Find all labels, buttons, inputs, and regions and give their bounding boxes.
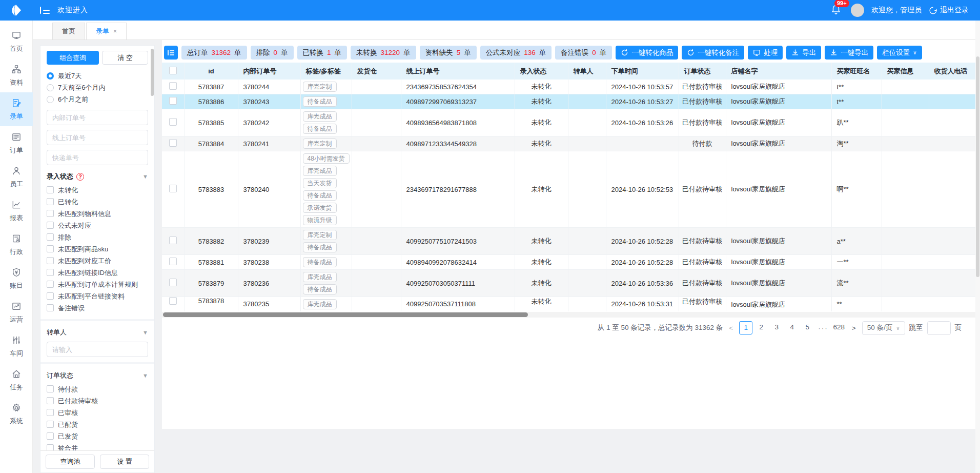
action-button-导出[interactable]: 导出 [786,46,821,60]
list-settings-icon-button[interactable] [164,46,178,60]
user-avatar[interactable] [851,4,864,17]
table-horizontal-scrollbar[interactable] [162,312,976,318]
date-radio-7天前至6个月内[interactable]: 7天前至6个月内 [47,82,148,93]
sidebar-item-账目[interactable]: 账目 [0,262,33,295]
row-checkbox[interactable] [169,279,177,286]
entry-status-section-header[interactable]: 录入状态 ? ▼ [47,172,148,181]
chevron-down-icon[interactable]: ▼ [142,173,148,180]
tab-close-icon[interactable]: × [113,28,117,35]
row-checkbox[interactable] [169,236,177,244]
stat-chip-资料缺失[interactable]: 资料缺失 5 单 [420,46,477,60]
clear-button[interactable]: 清 空 [102,51,148,65]
order-status-option-待付款[interactable]: 待付款 [47,383,148,395]
sidebar-item-员工[interactable]: 员工 [0,160,33,194]
sidebar-item-资料[interactable]: 资料 [0,58,33,92]
stat-chip-未转换[interactable]: 未转换 31220 单 [351,46,416,60]
entry-status-option-未匹配到对应工价[interactable]: 未匹配到对应工价 [47,255,148,267]
page-vertical-scrollbar[interactable] [975,21,980,473]
prev-page-button[interactable]: < [727,324,735,332]
table-row[interactable]: 57838793780236库壳成品待备成品409925070305037111… [162,270,976,297]
page-number-1[interactable]: 1 [739,321,752,334]
sidebar-item-首页[interactable]: 首页 [0,25,33,58]
sidebar-item-报表[interactable]: 报表 [0,194,33,228]
entry-status-option-未匹配到商品sku[interactable]: 未匹配到商品sku [47,243,148,255]
date-radio-最近7天[interactable]: 最近7天 [47,70,148,82]
table-row[interactable]: 57838823780239库壳定制待备成品409925077510724150… [162,228,976,255]
filter-scrollbar[interactable] [151,49,154,96]
express-no-input[interactable] [47,150,148,165]
page-number-5[interactable]: 5 [801,321,814,334]
order-status-section-header[interactable]: 订单状态 ▼ [47,371,148,380]
column-header-sel[interactable] [162,63,185,80]
row-checkbox[interactable] [169,185,177,192]
row-checkbox[interactable] [169,297,177,305]
jump-page-input[interactable] [927,321,951,335]
stat-chip-公式未对应[interactable]: 公式未对应 136 单 [480,46,552,60]
select-all-checkbox[interactable] [169,67,177,74]
entry-status-option-排除[interactable]: 排除 [47,231,148,243]
stat-chip-排除[interactable]: 排除 0 单 [251,46,294,60]
entry-status-option-备注错误[interactable]: 备注错误 [47,302,148,314]
stat-chip-备注错误[interactable]: 备注错误 0 单 [555,46,612,60]
sidebar-item-行政[interactable]: 行政 [0,228,33,262]
transfer-person-section-header[interactable]: 转单人 ▼ [47,328,148,337]
row-checkbox[interactable] [169,97,177,105]
entry-status-option-公式未对应[interactable]: 公式未对应 [47,220,148,231]
combo-query-button[interactable]: 组合查询 [47,51,99,65]
internal-order-no-input[interactable] [47,110,148,125]
order-status-option-已配货[interactable]: 已配货 [47,419,148,430]
order-status-option-已付款待审核[interactable]: 已付款待审核 [47,395,148,407]
row-checkbox[interactable] [169,258,177,265]
chevron-down-icon[interactable]: ▼ [142,372,148,379]
sidebar-item-录单[interactable]: 录单 [0,92,33,126]
sidebar-item-运营[interactable]: 运营 [0,295,33,329]
entry-status-option-未转化[interactable]: 未转化 [47,184,148,196]
entry-status-option-未匹配到平台链接资料[interactable]: 未匹配到平台链接资料 [47,290,148,302]
filter-footer-button-查询池[interactable]: 查询池 [46,455,95,469]
row-checkbox[interactable] [169,82,177,90]
order-status-option-已审核[interactable]: 已审核 [47,407,148,419]
sidebar-item-系统[interactable]: 系统 [0,397,33,431]
table-row[interactable]: 57838843780241库壳定制4098971233344549328未转化… [162,136,976,151]
table-row[interactable]: 57838863780243待备成品4098972997069313237未转化… [162,94,976,109]
action-button-处理[interactable]: 处理 [748,46,783,60]
stat-chip-总订单[interactable]: 总订单 31362 单 [181,46,247,60]
table-row[interactable]: 57838873780244库壳定制2343697358537624354未转化… [162,80,976,94]
date-radio-6个月之前[interactable]: 6个月之前 [47,93,148,105]
page-number-4[interactable]: 4 [785,321,799,334]
tab-首页[interactable]: 首页 [52,23,85,40]
help-icon[interactable]: ? [76,173,84,181]
collapse-menu-icon[interactable] [40,6,50,14]
filter-footer-button-设置[interactable]: 设 置 [100,455,149,469]
entry-status-option-已转化[interactable]: 已转化 [47,196,148,208]
action-button-栏位设置[interactable]: 栏位设置∨ [877,46,922,60]
table-row[interactable]: 5783883378024048小时需发货库壳成品当天发货待备成品承诺发货物流升… [162,151,976,228]
tab-录单[interactable]: 录单× [86,23,127,40]
table-row[interactable]: 57838853780242库壳成品待备成品409893656498387180… [162,109,976,136]
row-checkbox[interactable] [169,139,177,147]
page-number-2[interactable]: 2 [754,321,768,334]
page-number-3[interactable]: 3 [770,321,783,334]
notification-bell-icon[interactable]: 99+ [830,4,844,17]
stat-chip-已转换[interactable]: 已转换 1 单 [297,46,348,60]
order-status-option-已发货[interactable]: 已发货 [47,430,148,442]
row-checkbox[interactable] [169,118,177,126]
entry-status-option-未匹配到链接ID信息[interactable]: 未匹配到链接ID信息 [47,267,148,279]
horizontal-scroll-thumb[interactable] [163,312,528,317]
action-button-一键转化备注[interactable]: 一键转化备注 [682,46,744,60]
next-page-button[interactable]: > [850,324,858,332]
last-page-button[interactable]: 628 [832,321,846,334]
page-size-select[interactable]: 50 条/页 ∨ [862,321,905,335]
order-status-option-被合并[interactable]: 被合并 [47,442,148,450]
sidebar-item-订单[interactable]: 订单 [0,126,33,160]
sidebar-item-任务[interactable]: 任务 [0,363,33,397]
sidebar-item-车间[interactable]: 车间 [0,329,33,363]
transfer-person-input[interactable] [47,342,148,357]
logout-button[interactable]: 退出登录 [929,6,969,15]
table-row[interactable]: 57838813780238待备成品4098940992078632414未转化… [162,255,976,270]
table-row[interactable]: 57838783780235库壳成品4099250703537111808未转化… [162,297,976,312]
entry-status-option-未匹配到订单成本计算规则[interactable]: 未匹配到订单成本计算规则 [47,279,148,290]
online-order-no-input[interactable] [47,130,148,145]
action-button-一键导出[interactable]: 一键导出 [825,46,873,60]
entry-status-option-未匹配到物料信息[interactable]: 未匹配到物料信息 [47,208,148,220]
